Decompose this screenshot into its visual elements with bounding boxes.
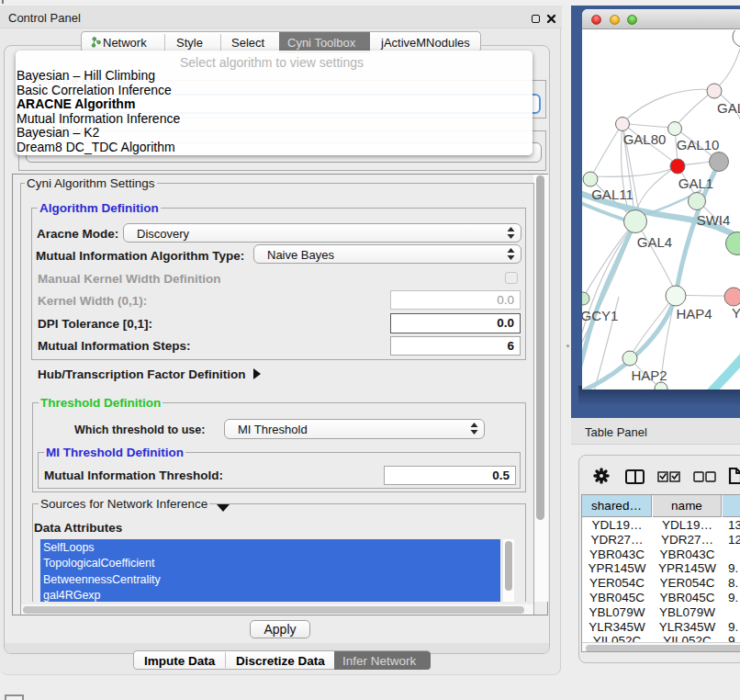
svg-text:HAP4: HAP4 <box>676 306 712 322</box>
svg-text:GAL4: GAL4 <box>637 234 672 250</box>
svg-text:GAL: GAL <box>717 100 740 116</box>
svg-text:SWI4: SWI4 <box>697 212 731 228</box>
svg-text:GAL10: GAL10 <box>677 137 720 152</box>
svg-text:GAL1: GAL1 <box>678 175 713 191</box>
svg-text:HAP2: HAP2 <box>631 367 667 383</box>
svg-text:GAL11: GAL11 <box>591 186 633 202</box>
svg-text:GAL80: GAL80 <box>623 131 667 147</box>
svg-text:GCY1: GCY1 <box>582 308 618 323</box>
svg-text:Y: Y <box>732 305 740 321</box>
